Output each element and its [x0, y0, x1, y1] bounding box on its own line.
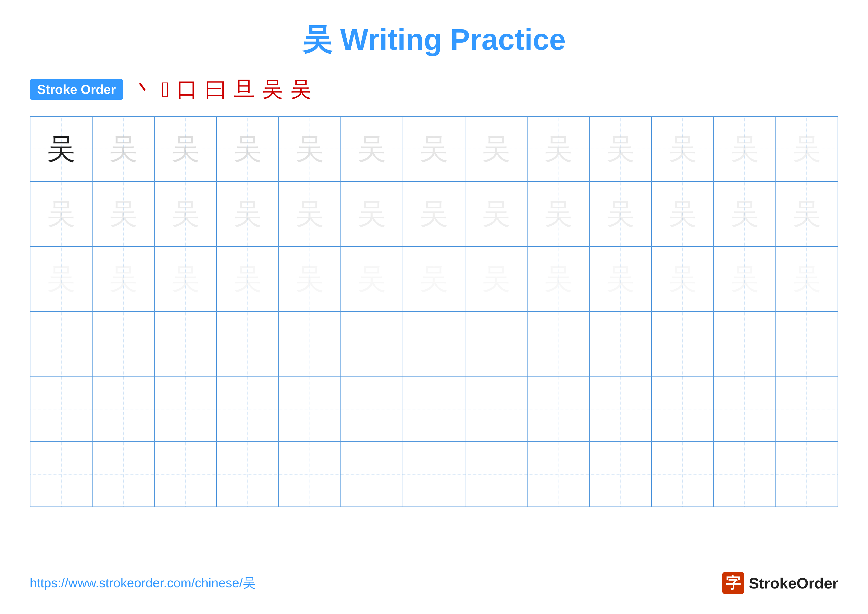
grid-cell[interactable]: 吴 — [714, 246, 776, 312]
grid-cell[interactable] — [30, 441, 92, 507]
grid-cell[interactable] — [217, 377, 279, 442]
grid-cell[interactable] — [589, 441, 651, 507]
grid-cell[interactable]: 吴 — [30, 246, 92, 312]
grid-cell[interactable] — [589, 312, 651, 377]
grid-cell[interactable] — [714, 441, 776, 507]
grid-cell[interactable] — [651, 312, 714, 377]
grid-cell[interactable] — [92, 441, 154, 507]
practice-char: 吴 — [171, 265, 200, 293]
grid-cell[interactable]: 吴 — [279, 117, 341, 182]
grid-cell[interactable]: 吴 — [341, 117, 403, 182]
grid-cell[interactable]: 吴 — [154, 246, 217, 312]
grid-cell[interactable]: 吴 — [403, 117, 465, 182]
grid-cell[interactable]: 吴 — [30, 117, 92, 182]
grid-cell[interactable]: 吴 — [527, 246, 589, 312]
grid-cell[interactable] — [527, 312, 589, 377]
grid-cell[interactable] — [279, 441, 341, 507]
practice-char: 吴 — [730, 200, 759, 228]
grid-cell[interactable]: 吴 — [92, 246, 154, 312]
practice-char: 吴 — [233, 265, 262, 293]
practice-char: 吴 — [482, 135, 510, 163]
grid-cell[interactable] — [154, 441, 217, 507]
grid-cell[interactable] — [403, 377, 465, 442]
practice-char: 吴 — [482, 200, 510, 228]
grid-cell[interactable]: 吴 — [30, 182, 92, 247]
grid-cell[interactable] — [92, 312, 154, 377]
page: 吴 Writing Practice Stroke Order 丶 𠃍 口 曰 … — [0, 0, 868, 614]
grid-cell[interactable]: 吴 — [527, 182, 589, 247]
practice-char: 吴 — [47, 265, 76, 293]
stroke-3: 口 — [177, 75, 198, 104]
stroke-sequence: 丶 𠃍 口 曰 旦 吴 吴 — [133, 75, 312, 104]
grid-cell[interactable]: 吴 — [403, 246, 465, 312]
grid-cell[interactable] — [154, 377, 217, 442]
grid-cell[interactable]: 吴 — [92, 117, 154, 182]
grid-cell[interactable] — [341, 312, 403, 377]
grid-cell[interactable] — [403, 312, 465, 377]
grid-cell[interactable]: 吴 — [403, 182, 465, 247]
grid-cell[interactable]: 吴 — [714, 117, 776, 182]
stroke-1: 丶 — [133, 75, 154, 104]
grid-cell[interactable]: 吴 — [465, 117, 527, 182]
grid-cell[interactable] — [589, 377, 651, 442]
grid-cell[interactable]: 吴 — [465, 182, 527, 247]
grid-cell[interactable]: 吴 — [217, 182, 279, 247]
title-char: 吴 — [302, 23, 332, 56]
practice-char: 吴 — [668, 265, 697, 293]
grid-cell[interactable] — [279, 377, 341, 442]
grid-cell[interactable] — [341, 441, 403, 507]
grid-cell[interactable]: 吴 — [217, 117, 279, 182]
grid-cell[interactable]: 吴 — [651, 246, 714, 312]
grid-cell[interactable] — [776, 377, 838, 442]
grid-cell[interactable]: 吴 — [217, 246, 279, 312]
practice-char: 吴 — [109, 200, 138, 228]
grid-cell[interactable]: 吴 — [92, 182, 154, 247]
grid-cell[interactable]: 吴 — [651, 117, 714, 182]
practice-char: 吴 — [544, 265, 573, 293]
grid-cell[interactable] — [465, 377, 527, 442]
grid-cell[interactable] — [279, 312, 341, 377]
grid-cell[interactable] — [714, 377, 776, 442]
grid-cell[interactable] — [776, 312, 838, 377]
practice-char: 吴 — [606, 200, 635, 228]
grid-cell[interactable] — [92, 377, 154, 442]
practice-char: 吴 — [730, 265, 759, 293]
grid-cell[interactable]: 吴 — [589, 117, 651, 182]
grid-cell[interactable]: 吴 — [714, 182, 776, 247]
grid-cell[interactable] — [403, 441, 465, 507]
grid-cell[interactable]: 吴 — [465, 246, 527, 312]
title-text: Writing Practice — [340, 23, 566, 56]
grid-cell[interactable] — [30, 377, 92, 442]
grid-cell[interactable]: 吴 — [154, 117, 217, 182]
grid-cell[interactable] — [651, 377, 714, 442]
grid-cell[interactable] — [154, 312, 217, 377]
grid-cell[interactable]: 吴 — [651, 182, 714, 247]
practice-char: 吴 — [792, 265, 821, 293]
grid-cell[interactable] — [651, 441, 714, 507]
practice-char: 吴 — [47, 135, 76, 163]
grid-cell[interactable] — [776, 441, 838, 507]
grid-cell[interactable] — [341, 377, 403, 442]
grid-cell[interactable] — [465, 441, 527, 507]
grid-cell[interactable]: 吴 — [279, 182, 341, 247]
grid-cell[interactable] — [217, 441, 279, 507]
grid-cell[interactable]: 吴 — [341, 246, 403, 312]
grid-cell[interactable]: 吴 — [589, 182, 651, 247]
grid-cell[interactable] — [527, 441, 589, 507]
grid-cell[interactable]: 吴 — [154, 182, 217, 247]
grid-cell[interactable]: 吴 — [776, 182, 838, 247]
grid-cell[interactable]: 吴 — [589, 246, 651, 312]
grid-cell[interactable]: 吴 — [776, 246, 838, 312]
grid-cell[interactable]: 吴 — [341, 182, 403, 247]
practice-char: 吴 — [233, 200, 262, 228]
grid-cell[interactable]: 吴 — [279, 246, 341, 312]
practice-char: 吴 — [420, 135, 448, 163]
practice-char: 吴 — [295, 200, 324, 228]
grid-cell[interactable] — [30, 312, 92, 377]
grid-cell[interactable]: 吴 — [776, 117, 838, 182]
grid-cell[interactable]: 吴 — [527, 117, 589, 182]
grid-cell[interactable] — [527, 377, 589, 442]
grid-cell[interactable] — [465, 312, 527, 377]
grid-cell[interactable] — [217, 312, 279, 377]
grid-cell[interactable] — [714, 312, 776, 377]
